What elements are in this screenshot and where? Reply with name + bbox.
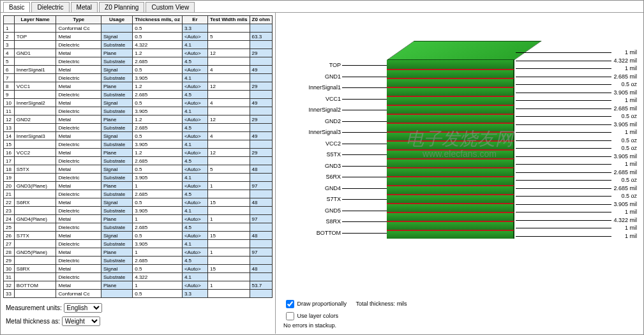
table-row[interactable]: 32BOTTOMMetalPlane1<Auto>153.7 bbox=[4, 281, 273, 290]
table-row[interactable]: 27DielectricSubstrate3.9054.1 bbox=[4, 240, 273, 248]
layer-label-right: 1 mil bbox=[625, 233, 637, 239]
table-row[interactable]: 6InnerSignal1MetalSignal0.5<Auto>449 bbox=[4, 66, 273, 74]
hdr-er: Er bbox=[182, 16, 207, 24]
layer-label-right: 0.5 oz bbox=[621, 81, 637, 87]
tab-metal[interactable]: Metal bbox=[71, 2, 98, 12]
layer-label-right: 0.5 oz bbox=[621, 145, 637, 151]
table-row[interactable]: 22S6RXMetalSignal0.5<Auto>1548 bbox=[4, 198, 273, 207]
table-row[interactable]: 29DielectricSubstrate2.6854.5 bbox=[4, 257, 273, 265]
layer-label-left: GND5 bbox=[283, 207, 341, 214]
stackup-table[interactable]: Layer Name Type Usage Thickness mils, oz… bbox=[3, 15, 273, 298]
table-row[interactable]: 8VCC1MetalPlane1.2<Auto>1229 bbox=[4, 82, 273, 91]
table-row[interactable]: 25DielectricSubstrate2.6854.5 bbox=[4, 223, 273, 232]
layer-label-left: S5TX bbox=[283, 151, 341, 158]
layer-label-left: VCC2 bbox=[283, 140, 341, 147]
table-row[interactable]: 11DielectricSubstrate3.9054.1 bbox=[4, 107, 273, 115]
layer-label-left: BOTTOM bbox=[283, 230, 341, 236]
table-row[interactable]: 1Conformal Cc0.53.3 bbox=[4, 24, 273, 33]
layer-label-left: InnerSignal3 bbox=[283, 129, 341, 135]
layer-label-right: 3.905 mil bbox=[613, 201, 637, 207]
table-row[interactable]: 21DielectricSubstrate2.6854.5 bbox=[4, 190, 273, 198]
layer-label-right: 1 mil bbox=[625, 129, 637, 135]
layer-label-left: S8RX bbox=[283, 218, 341, 225]
layer-label-right: 1 mil bbox=[625, 65, 637, 71]
meas-label: Measurement units: bbox=[6, 304, 62, 311]
table-row[interactable]: 13DielectricSubstrate2.6854.5 bbox=[4, 124, 273, 132]
table-row[interactable]: 24GND4(Plane)MetalPlane1<Auto>197 bbox=[4, 215, 273, 223]
layer-label-right: 1 mil bbox=[625, 49, 637, 56]
layer-label-right: 0.5 oz bbox=[621, 177, 637, 183]
total-th-val: mils bbox=[397, 301, 407, 307]
table-row[interactable]: 9DielectricSubstrate2.6854.5 bbox=[4, 91, 273, 99]
layer-label-right: 2.685 mil bbox=[613, 73, 637, 80]
layer-label-left: VCC1 bbox=[283, 96, 341, 102]
layer-label-right: 2.685 mil bbox=[613, 105, 637, 112]
layer-label-right: 2.685 mil bbox=[613, 169, 637, 175]
no-errors: No errors in stackup. bbox=[283, 322, 336, 329]
layer-label-right: 3.905 mil bbox=[613, 153, 637, 160]
layer-label-right: 1 mil bbox=[625, 161, 637, 167]
layer-label-right: 3.905 mil bbox=[613, 89, 637, 96]
meas-select[interactable]: English bbox=[64, 303, 102, 313]
layer-label-left: InnerSignal1 bbox=[283, 84, 341, 91]
table-row[interactable]: 33Conformal Cc0.53.3 bbox=[4, 290, 273, 298]
hdr-name: Layer Name bbox=[14, 16, 56, 24]
tab-z0[interactable]: Z0 Planning bbox=[99, 2, 144, 12]
hdr-type: Type bbox=[56, 16, 101, 24]
metal-select[interactable]: Weight bbox=[62, 316, 100, 326]
table-row[interactable]: 28GND5(Plane)MetalPlane1<Auto>197 bbox=[4, 248, 273, 257]
use-color-checkbox[interactable] bbox=[286, 312, 294, 320]
tab-custom[interactable]: Custom View bbox=[146, 2, 195, 12]
layer-label-left: S7TX bbox=[283, 196, 341, 202]
layer-label-right: 0.5 oz bbox=[621, 137, 637, 144]
table-row[interactable]: 23DielectricSubstrate3.9054.1 bbox=[4, 207, 273, 215]
layer-label-left: GND2 bbox=[283, 118, 341, 124]
use-color-check[interactable]: Use layer colors bbox=[283, 313, 338, 319]
draw-prop-check[interactable]: Draw proportionally bbox=[283, 301, 348, 307]
layer-label-right: 3.905 mil bbox=[613, 121, 637, 128]
layer-label-left: GND4 bbox=[283, 185, 341, 191]
hdr-tw: Test Width mils bbox=[208, 16, 250, 24]
table-row[interactable]: 16VCC2MetalPlane1.2<Auto>1229 bbox=[4, 149, 273, 157]
layer-label-left: InnerSignal2 bbox=[283, 107, 341, 113]
table-row[interactable]: 20GND3(Plane)MetalPlane1<Auto>197 bbox=[4, 182, 273, 190]
table-row[interactable]: 26S7TXMetalSignal0.5<Auto>1548 bbox=[4, 232, 273, 240]
table-row[interactable]: 3DielectricSubstrate4.3224.1 bbox=[4, 41, 273, 49]
table-row[interactable]: 17DielectricSubstrate2.6854.5 bbox=[4, 157, 273, 165]
table-row[interactable]: 12GND2MetalPlane1.2<Auto>1229 bbox=[4, 115, 273, 124]
table-row[interactable]: 14InnerSignal3MetalSignal0.5<Auto>449 bbox=[4, 132, 273, 140]
draw-prop-checkbox[interactable] bbox=[286, 300, 294, 308]
layer-label-left: TOP bbox=[283, 62, 341, 68]
layer-label-left: GND1 bbox=[283, 73, 341, 80]
layer-label-right: 0.5 oz bbox=[621, 193, 637, 199]
layer-label-right: 4.322 mil bbox=[613, 217, 637, 223]
layer-label-right: 4.322 mil bbox=[613, 57, 637, 64]
layer-label-left: S6RX bbox=[283, 174, 341, 180]
layer-label-right: 1 mil bbox=[625, 209, 637, 215]
layer-label-right: 0.5 oz bbox=[621, 113, 637, 119]
tab-basic[interactable]: Basic bbox=[3, 2, 30, 12]
table-row[interactable]: 10InnerSignal2MetalSignal0.5<Auto>449 bbox=[4, 99, 273, 107]
hdr-usage: Usage bbox=[101, 16, 132, 24]
layer-label-left: GND3 bbox=[283, 163, 341, 169]
table-row[interactable]: 15DielectricSubstrate3.9054.1 bbox=[4, 140, 273, 149]
table-row[interactable]: 30S8RXMetalSignal0.5<Auto>1548 bbox=[4, 265, 273, 273]
layer-label-right: 1 mil bbox=[625, 225, 637, 231]
metal-label: Metal thickness as: bbox=[6, 318, 60, 325]
total-th-label: Total thickness: bbox=[356, 301, 396, 307]
table-row[interactable]: 31DielectricSubstrate4.3224.1 bbox=[4, 273, 273, 281]
table-row[interactable]: 5DielectricSubstrate2.6854.5 bbox=[4, 57, 273, 66]
table-row[interactable]: 19DielectricSubstrate3.9054.1 bbox=[4, 174, 273, 182]
hdr-th: Thickness mils, oz bbox=[133, 16, 183, 24]
tab-bar: Basic Dielectric Metal Z0 Planning Custo… bbox=[1, 1, 643, 13]
hdr-n bbox=[4, 16, 15, 24]
table-row[interactable]: 7DielectricSubstrate3.9054.1 bbox=[4, 74, 273, 82]
layer-label-right: 2.685 mil bbox=[613, 185, 637, 191]
layer-label-right: 1 mil bbox=[625, 97, 637, 103]
stackup-viz: TOPGND1InnerSignal1VCC1InnerSignal2GND2I… bbox=[278, 15, 641, 295]
table-row[interactable]: 2TOPMetalSignal0.5<Auto>563.3 bbox=[4, 33, 273, 41]
table-row[interactable]: 4GND1MetalPlane1.2<Auto>1229 bbox=[4, 49, 273, 57]
table-row[interactable]: 18S5TXMetalSignal0.5<Auto>548 bbox=[4, 165, 273, 174]
hdr-z0: Z0 ohm bbox=[250, 16, 272, 24]
tab-dielectric[interactable]: Dielectric bbox=[31, 2, 69, 12]
